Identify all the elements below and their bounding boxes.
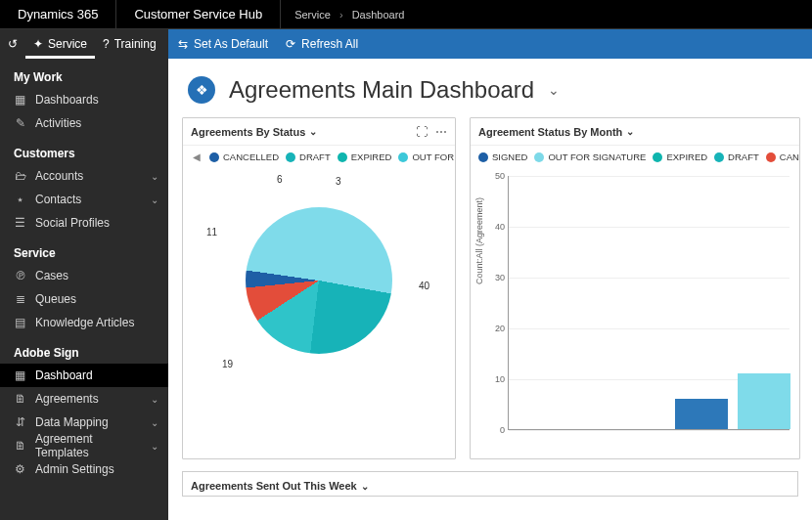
legend-item[interactable]: DRAFT <box>286 152 331 162</box>
chevron-down-icon: ⌄ <box>151 171 158 182</box>
sidebar-group-title: My Work <box>0 59 168 88</box>
refresh-all-button[interactable]: ⟳ Refresh All <box>286 37 358 51</box>
legend-label: OUT FOR S <box>412 152 455 162</box>
legend-swatch <box>534 152 544 162</box>
sidebar-item-label: Agreements <box>35 392 142 406</box>
nav-icon: ≣ <box>14 292 26 306</box>
legend-label: CANCELLED <box>780 152 799 162</box>
legend-swatch <box>209 152 219 162</box>
sidebar-item-queues[interactable]: ≣Queues <box>0 287 168 311</box>
expand-icon[interactable]: ⛶ <box>416 125 428 139</box>
chevron-down-icon: ⌄ <box>151 441 158 452</box>
legend-item[interactable]: SIGNED <box>478 152 527 162</box>
sidebar-item-label: Knowledge Articles <box>35 316 158 329</box>
top-bar: Dynamics 365 Customer Service Hub Servic… <box>0 0 812 29</box>
sidebar-item-dashboards[interactable]: ▦Dashboards <box>0 88 168 111</box>
clock-icon: ↺ <box>8 37 18 51</box>
legend-item[interactable]: OUT FOR S <box>398 152 455 162</box>
y-tick: 20 <box>485 324 505 333</box>
legend-label: EXPIRED <box>666 152 707 162</box>
chevron-down-icon: ⌄ <box>151 195 158 205</box>
tab-training[interactable]: ? Training <box>95 29 164 59</box>
card-title-text: Agreements Sent Out This Week <box>191 480 357 492</box>
legend-label: SIGNED <box>492 152 527 162</box>
chevron-down-icon: ⌄ <box>151 394 158 405</box>
sidebar-item-label: Cases <box>35 269 158 282</box>
card-title[interactable]: Agreement Status By Month ⌄ <box>478 126 791 138</box>
card-agreements-by-status: Agreements By Status ⌄ ⛶ ⋯ ◀ CANCELLEDDR… <box>182 117 456 459</box>
nav-icon: ▤ <box>14 316 26 329</box>
card-title[interactable]: Agreements By Status ⌄ <box>191 126 416 138</box>
sidebar-item-accounts[interactable]: 🗁Accounts⌄ <box>0 164 168 188</box>
legend-prev[interactable]: ◀ <box>191 152 203 162</box>
sidebar-item-dashboard[interactable]: ▦Dashboard <box>0 364 168 387</box>
legend-swatch <box>766 152 776 162</box>
legend-item[interactable]: CANCELLED <box>209 152 279 162</box>
sidebar-item-social-profiles[interactable]: ☰Social Profiles <box>0 211 168 235</box>
sidebar-item-label: Dashboards <box>35 93 158 107</box>
pin-icon: ⇆ <box>178 37 188 51</box>
more-icon[interactable]: ⋯ <box>435 125 447 139</box>
sidebar-item-label: Admin Settings <box>35 462 158 476</box>
sidebar-item-label: Contacts <box>35 193 142 206</box>
history-button[interactable]: ↺ <box>0 29 25 59</box>
sidebar-group-title: Service <box>0 235 168 264</box>
pie-label: 19 <box>222 359 233 369</box>
sidebar-item-knowledge-articles[interactable]: ▤Knowledge Articles <box>0 311 168 334</box>
nav-icon: ▦ <box>14 368 26 382</box>
sidebar-item-cases[interactable]: ℗Cases <box>0 264 168 287</box>
cmd-label: Refresh All <box>301 37 358 51</box>
nav-icon: ☰ <box>14 216 26 230</box>
legend-label: OUT FOR SIGNATURE <box>548 152 646 162</box>
tab-service[interactable]: ✦ Service <box>25 29 95 59</box>
card-agreement-status-by-month: Agreement Status By Month ⌄ SIGNEDOUT FO… <box>470 117 800 459</box>
sidebar-item-contacts[interactable]: ⭑Contacts⌄ <box>0 188 168 211</box>
legend-label: DRAFT <box>299 152 331 162</box>
y-tick: 0 <box>485 425 505 435</box>
pie-label: 6 <box>277 174 283 185</box>
ribbon-row: ↺ ✦ Service ? Training ✕ ⇆ Set As Defaul… <box>0 29 812 59</box>
page-header: ❖ Agreements Main Dashboard ⌄ <box>168 59 812 117</box>
sidebar-item-activities[interactable]: ✎Activities <box>0 111 168 135</box>
legend-item[interactable]: EXPIRED <box>338 152 392 162</box>
sidebar-item-admin-settings[interactable]: ⚙Admin Settings <box>0 457 168 481</box>
set-default-button[interactable]: ⇆ Set As Default <box>178 37 268 51</box>
sidebar-item-data-mapping[interactable]: ⇵Data Mapping⌄ <box>0 411 168 434</box>
bar-signed[interactable] <box>675 399 728 429</box>
help-icon: ? <box>103 37 110 51</box>
pie-label: 11 <box>206 227 217 238</box>
breadcrumb: Service › Dashboard <box>281 9 418 21</box>
breadcrumb-root[interactable]: Service <box>294 9 331 21</box>
brand[interactable]: Dynamics 365 <box>0 0 116 28</box>
card-title[interactable]: Agreements Sent Out This Week ⌄ <box>191 480 789 492</box>
card-agreements-sent-out: Agreements Sent Out This Week ⌄ <box>182 471 798 497</box>
pie-label: 40 <box>419 281 429 291</box>
legend-item[interactable]: OUT FOR SIGNATURE <box>534 152 646 162</box>
legend-item[interactable]: DRAFT <box>714 152 759 162</box>
legend-swatch <box>338 152 347 162</box>
legend-label: EXPIRED <box>351 152 392 162</box>
legend: SIGNEDOUT FOR SIGNATUREEXPIREDDRAFTCANCE… <box>471 146 799 168</box>
y-tick: 10 <box>485 374 505 384</box>
chevron-down-icon[interactable]: ⌄ <box>548 82 560 98</box>
content: ❖ Agreements Main Dashboard ⌄ Agreements… <box>168 59 812 520</box>
breadcrumb-current[interactable]: Dashboard <box>352 9 405 21</box>
sidebar-item-label: Dashboard <box>35 368 158 382</box>
legend-item[interactable]: CANCELLED <box>766 152 799 162</box>
cmd-label: Set As Default <box>194 37 268 51</box>
sidebar-item-agreements[interactable]: 🗎Agreements⌄ <box>0 387 168 411</box>
legend-item[interactable]: EXPIRED <box>653 152 707 162</box>
legend-label: DRAFT <box>728 152 759 162</box>
bar-out-for-signature[interactable] <box>738 373 790 429</box>
sidebar-item-label: Queues <box>35 292 158 306</box>
refresh-icon: ⟳ <box>286 37 295 51</box>
sidebar: My Work▦Dashboards✎ActivitiesCustomers🗁A… <box>0 59 168 520</box>
nav-icon: 🗎 <box>14 392 26 406</box>
nav-icon: ▦ <box>14 93 26 107</box>
chevron-down-icon: ⌄ <box>151 417 158 428</box>
sidebar-item-agreement-templates[interactable]: 🗎Agreement Templates⌄ <box>0 434 168 457</box>
legend: ◀ CANCELLEDDRAFTEXPIREDOUT FOR S <box>183 146 455 168</box>
card-title-text: Agreements By Status <box>191 126 305 138</box>
command-bar: ⇆ Set As Default ⟳ Refresh All <box>168 29 812 59</box>
hub-name[interactable]: Customer Service Hub <box>116 0 281 28</box>
